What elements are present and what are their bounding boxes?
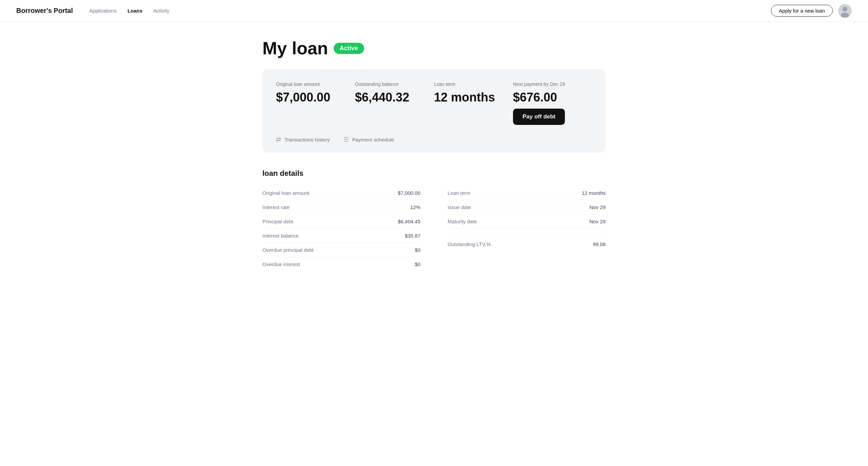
pay-off-debt-button[interactable]: Pay off debt [513, 109, 565, 125]
table-row: Overdue principal debt $0 [262, 243, 420, 257]
detail-label: Overdue interest [262, 261, 300, 267]
nav-actions: Apply for a new loan [771, 4, 852, 18]
transactions-icon: ⇄ [276, 136, 281, 143]
details-left: Original loan amount $7,000.00 Interest … [262, 186, 420, 271]
table-row: Interest balance $35.87 [262, 229, 420, 243]
table-row: Principal debt $6,404.45 [262, 215, 420, 229]
detail-value: 99.08 [593, 241, 606, 247]
detail-value: Nov 29 [589, 204, 606, 210]
nav-activity[interactable]: Activity [153, 8, 170, 14]
table-row: Interest rate 12% [262, 200, 420, 215]
loan-term-label: Loan term [434, 81, 505, 87]
nav-links: Applications Loans Activity [89, 8, 771, 14]
page-title: My loan [262, 38, 328, 58]
next-payment-label: Next payment by Dec 29 [513, 81, 565, 87]
detail-label: Outstanding LTV,% [448, 241, 491, 247]
svg-point-1 [843, 7, 847, 12]
detail-value: $0 [415, 247, 420, 253]
detail-label: Interest balance [262, 233, 299, 239]
table-row: Maturity date Nov 29 [448, 215, 606, 229]
nav-loans[interactable]: Loans [127, 8, 142, 14]
navbar: Borrower's Portal Applications Loans Act… [0, 0, 868, 22]
table-row: Issue date Nov 29 [448, 200, 606, 215]
page-title-row: My loan Active [262, 38, 606, 58]
details-right: Loan term 12 months Issue date Nov 29 Ma… [448, 186, 606, 271]
user-avatar[interactable] [838, 4, 852, 18]
detail-value: $7,000.00 [398, 190, 420, 196]
loan-term-value: 12 months [434, 90, 505, 105]
summary-metrics: Original loan amount $7,000.00 Outstandi… [276, 81, 592, 125]
main-content: My loan Active Original loan amount $7,0… [254, 22, 614, 298]
original-loan-label: Original loan amount [276, 81, 347, 87]
loan-details-section: loan details Original loan amount $7,000… [262, 169, 606, 271]
detail-label: Maturity date [448, 219, 477, 224]
table-row: Overdue interest $0 [262, 257, 420, 271]
loan-details-title: loan details [262, 169, 606, 178]
detail-label: Interest rate [262, 204, 290, 210]
brand-logo: Borrower's Portal [16, 7, 73, 15]
payment-schedule-label: Payment schedule [352, 137, 394, 143]
outstanding-balance-label: Outstanding balance [355, 81, 426, 87]
table-row: Original loan amount $7,000.00 [262, 186, 420, 200]
detail-value: $6,404.45 [398, 219, 420, 224]
table-row: Outstanding LTV,% 99.08 [448, 237, 606, 251]
original-loan-metric: Original loan amount $7,000.00 [276, 81, 355, 125]
next-payment-metric: Next payment by Dec 29 $676.00 Pay off d… [513, 81, 592, 125]
table-row: Loan term 12 months [448, 186, 606, 200]
detail-label: Loan term [448, 190, 471, 196]
loan-term-metric: Loan term 12 months [434, 81, 513, 125]
summary-card: Original loan amount $7,000.00 Outstandi… [262, 69, 606, 153]
detail-label: Overdue principal debt [262, 247, 314, 253]
transactions-history-label: Transactions history [284, 137, 330, 143]
detail-label: Principal debt [262, 219, 293, 224]
next-payment-value: $676.00 [513, 90, 557, 105]
original-loan-value: $7,000.00 [276, 90, 347, 105]
detail-value: 12% [410, 204, 420, 210]
table-row [448, 229, 606, 237]
detail-value: $35.87 [405, 233, 420, 239]
payment-schedule-icon: ☰ [343, 136, 349, 143]
apply-new-loan-button[interactable]: Apply for a new loan [771, 5, 833, 17]
detail-value: $0 [415, 261, 420, 267]
detail-value: Nov 29 [589, 219, 606, 224]
outstanding-balance-metric: Outstanding balance $6,440.32 [355, 81, 434, 125]
summary-links: ⇄ Transactions history ☰ Payment schedul… [276, 136, 592, 143]
detail-label: Original loan amount [262, 190, 309, 196]
detail-value: 12 months [582, 190, 606, 196]
status-badge: Active [334, 43, 364, 54]
detail-label: Issue date [448, 204, 471, 210]
transactions-history-link[interactable]: ⇄ Transactions history [276, 136, 330, 143]
details-grid: Original loan amount $7,000.00 Interest … [262, 186, 606, 271]
nav-applications[interactable]: Applications [89, 8, 117, 14]
payment-schedule-link[interactable]: ☰ Payment schedule [343, 136, 394, 143]
outstanding-balance-value: $6,440.32 [355, 90, 426, 105]
